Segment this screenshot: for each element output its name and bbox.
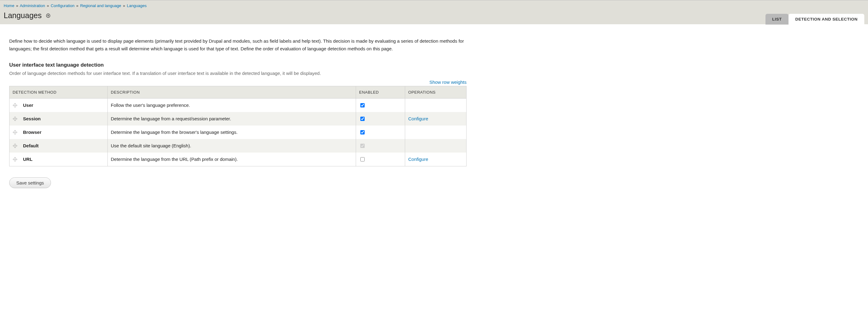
th-enabled: ENABLED	[356, 86, 405, 98]
table-row[interactable]: UserFollow the user's language preferenc…	[9, 98, 467, 112]
method-name: URL	[23, 157, 33, 162]
th-description: DESCRIPTION	[108, 86, 356, 98]
section-description: Order of language detection methods for …	[9, 70, 467, 76]
breadcrumb-separator: »	[46, 3, 49, 8]
method-description: Use the default site language (English).	[108, 139, 356, 153]
th-operations: OPERATIONS	[405, 86, 467, 98]
enabled-checkbox[interactable]	[360, 117, 365, 121]
configure-link[interactable]: Configure	[408, 116, 428, 121]
method-name: Default	[23, 143, 39, 148]
enabled-checkbox[interactable]	[360, 103, 365, 108]
enabled-checkbox	[360, 144, 365, 148]
tab-list[interactable]: LIST	[766, 14, 788, 25]
breadcrumb-link-home[interactable]: Home	[4, 3, 14, 8]
enabled-checkbox[interactable]	[360, 130, 365, 134]
table-row[interactable]: DefaultUse the default site language (En…	[9, 139, 467, 153]
show-row-weights-link[interactable]: Show row weights	[429, 80, 467, 85]
breadcrumb-link-regional[interactable]: Regional and language	[80, 3, 121, 8]
table-row[interactable]: URLDetermine the language from the URL (…	[9, 153, 467, 166]
table-row[interactable]: SessionDetermine the language from a req…	[9, 112, 467, 126]
breadcrumb: Home » Administration » Configuration » …	[4, 2, 864, 11]
breadcrumb-separator: »	[123, 3, 125, 8]
th-detection-method: DETECTION METHOD	[9, 86, 108, 98]
enabled-checkbox[interactable]	[360, 157, 365, 161]
detection-table: DETECTION METHOD DESCRIPTION ENABLED OPE…	[9, 86, 467, 166]
show-row-weights: Show row weights	[9, 80, 467, 85]
breadcrumb-link-administration[interactable]: Administration	[20, 3, 45, 8]
method-description: Follow the user's language preference.	[108, 98, 356, 112]
method-name: Browser	[23, 129, 41, 135]
drag-handle-icon[interactable]	[12, 143, 18, 148]
method-description: Determine the language from the browser'…	[108, 126, 356, 139]
section-title: User interface text language detection	[9, 62, 467, 68]
breadcrumb-link-languages[interactable]: Languages	[127, 3, 146, 8]
tabs: LIST DETECTION AND SELECTION	[766, 14, 864, 25]
drag-handle-icon[interactable]	[12, 103, 18, 108]
breadcrumb-separator: »	[76, 3, 78, 8]
drag-handle-icon[interactable]	[12, 157, 18, 162]
method-name: Session	[23, 116, 41, 121]
intro-text: Define how to decide which language is u…	[9, 37, 467, 53]
drag-handle-icon[interactable]	[12, 116, 18, 121]
method-description: Determine the language from the URL (Pat…	[108, 153, 356, 166]
drag-handle-icon[interactable]	[12, 130, 18, 135]
table-row[interactable]: BrowserDetermine the language from the b…	[9, 126, 467, 139]
form-actions: Save settings	[9, 177, 467, 188]
breadcrumb-link-configuration[interactable]: Configuration	[51, 3, 74, 8]
add-icon[interactable]	[46, 13, 50, 18]
method-description: Determine the language from a request/se…	[108, 112, 356, 126]
breadcrumb-separator: »	[16, 3, 18, 8]
content-region: Define how to decide which language is u…	[0, 24, 476, 201]
page-title: Languages	[4, 11, 50, 20]
method-name: User	[23, 102, 33, 108]
page-title-text: Languages	[4, 11, 42, 20]
header-bar: Home » Administration » Configuration » …	[0, 0, 868, 24]
save-button[interactable]: Save settings	[9, 177, 51, 188]
tab-detection-selection[interactable]: DETECTION AND SELECTION	[788, 14, 864, 25]
configure-link[interactable]: Configure	[408, 157, 428, 162]
